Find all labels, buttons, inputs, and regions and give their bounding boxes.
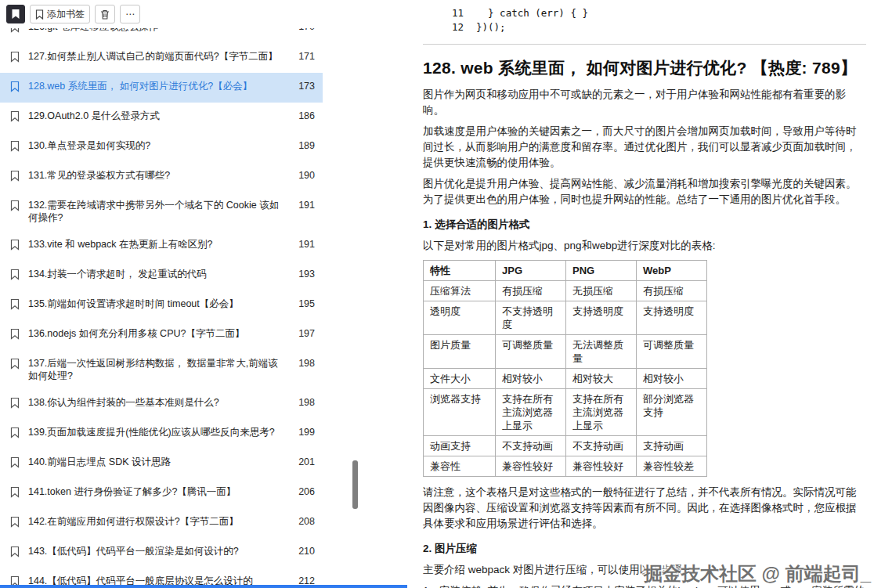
table-cell: 不支持动画 — [566, 436, 637, 456]
bookmark-page-number: 190 — [288, 169, 315, 182]
bookmark-item[interactable]: 134.封装一个请求超时， 发起重试的代码 193 — [0, 261, 323, 290]
code-text: })(); — [476, 20, 506, 34]
bookmark-icon — [9, 516, 21, 531]
code-block: 11 } catch (err) { } 12 })(); — [423, 6, 866, 34]
table-cell: 透明度 — [424, 301, 496, 335]
table-cell: 浏览器支持 — [424, 389, 496, 436]
bookmark-item[interactable]: 141.token 进行身份验证了解多少?【腾讯一面】 206 — [0, 478, 323, 508]
watermark: 掘金技术社区 @ 前端起司_ — [644, 561, 871, 586]
bookmark-label: 140.前端日志埋点 SDK 设计思路 — [28, 456, 284, 468]
bookmark-page-number: 193 — [288, 268, 315, 280]
bookmark-label: 141.token 进行身份验证了解多少?【腾讯一面】 — [28, 485, 284, 498]
sidebar-progress-bar — [0, 585, 407, 588]
bookmark-icon — [9, 269, 21, 283]
bookmark-page-number: 191 — [288, 238, 315, 251]
bookmark-label: 137.后端一次性返回树形结构数据， 数据量非常大,前端该如何处理? — [28, 357, 284, 382]
bookmark-page-number: 197 — [288, 327, 315, 340]
table-intro: 以下是对常用的图片格式jpg、png和webp进行深度对比的表格: — [423, 238, 866, 254]
bookmark-page-number: 173 — [288, 80, 315, 92]
bookmark-item[interactable]: 142.在前端应用如何进行权限设计?【字节二面】 208 — [0, 508, 323, 538]
sidebar-scrollbar-thumb[interactable] — [352, 460, 358, 509]
table-cell: 支持动画 — [637, 436, 707, 456]
step-number: 1. — [423, 583, 432, 588]
bookmark-item[interactable]: 127.如何禁止别人调试自己的前端页面代码?【字节二面】 171 — [0, 43, 323, 73]
table-cell: 相对较大 — [566, 369, 637, 389]
more-options-button[interactable]: ⋯ — [120, 5, 140, 23]
bookmark-page-number: 171 — [288, 50, 315, 63]
table-row: 透明度不支持透明度支持透明度支持透明度 — [424, 301, 707, 335]
paragraph: 加载速度是用户体验的关键因素之一，而大尺寸的图片会增加网页加载时间，导致用户等待… — [423, 124, 866, 171]
bookmark-icon — [9, 110, 21, 125]
paragraph: 图片作为网页和移动应用中不可或缺的元素之一，对于用户体验和网站性能都有着重要的影… — [423, 87, 866, 118]
section-divider — [423, 44, 866, 45]
table-cell: 不支持动画 — [496, 436, 566, 456]
bookmark-item[interactable]: 137.后端一次性返回树形结构数据， 数据量非常大,前端该如何处理? 198 — [0, 350, 323, 389]
section-title-2: 2. 图片压缩 — [423, 541, 866, 557]
table-header-cell: WebP — [637, 261, 707, 281]
format-comparison-table: 特性JPGPNGWebP 压缩算法有损压缩无损压缩有损压缩透明度不支持透明度支持… — [423, 260, 707, 477]
table-row: 图片质量可调整质量无法调整质量可调整质量 — [424, 335, 707, 369]
table-cell: 无损压缩 — [566, 281, 637, 301]
bookmark-page-number: 189 — [288, 139, 315, 152]
bookmark-item[interactable]: 133.vite 和 webpack 在热更新上有啥区别? 191 — [0, 231, 323, 261]
table-row: 文件大小相对较小相对较大相对较小 — [424, 369, 707, 389]
bookmark-label: 134.封装一个请求超时， 发起重试的代码 — [28, 268, 284, 280]
bookmark-label: 128.web 系统里面， 如何对图片进行优化?【必会】 — [28, 80, 284, 92]
bookmark-icon — [9, 170, 21, 185]
bookmark-item[interactable]: 128.web 系统里面， 如何对图片进行优化?【必会】 173 — [0, 73, 323, 103]
bookmark-icon — [9, 427, 21, 442]
bookmark-page-number: 198 — [288, 357, 315, 370]
table-header-row: 特性JPGPNGWebP — [424, 261, 707, 281]
table-header-cell: 特性 — [424, 261, 496, 281]
bookmark-page-number: 206 — [288, 485, 315, 498]
bookmark-panel-button[interactable] — [6, 5, 25, 23]
bookmark-page-number: 195 — [288, 298, 315, 310]
add-bookmark-button[interactable]: 添加书签 — [30, 5, 90, 23]
table-cell: 压缩算法 — [424, 281, 496, 301]
bookmark-page-number: 191 — [288, 199, 315, 211]
bookmark-icon — [9, 298, 21, 313]
bookmark-label: 133.vite 和 webpack 在热更新上有啥区别? — [28, 238, 284, 251]
bookmark-page-number: 198 — [288, 396, 315, 409]
table-cell: 可调整质量 — [496, 335, 566, 369]
bookmark-panel-icon — [11, 9, 20, 20]
delete-bookmark-button[interactable] — [95, 5, 115, 23]
add-bookmark-label: 添加书签 — [47, 8, 85, 21]
bookmark-label: 139.页面加载速度提升(性能优化)应该从哪些反向来思考? — [28, 426, 284, 438]
bookmark-item[interactable]: 135.前端如何设置请求超时时间 timeout【必会】 195 — [0, 290, 323, 320]
trash-icon — [100, 9, 110, 20]
bookmark-label: 127.如何禁止别人调试自己的前端页面代码?【字节二面】 — [28, 50, 284, 63]
bookmark-item[interactable]: 140.前端日志埋点 SDK 设计思路 201 — [0, 449, 323, 478]
bookmark-page-number: 201 — [288, 456, 315, 468]
add-bookmark-icon — [35, 9, 44, 20]
bookmark-item[interactable]: 129.OAuth2.0 是什么登录方式 186 — [0, 103, 323, 132]
bookmark-icon — [9, 486, 21, 501]
table-row: 压缩算法有损压缩无损压缩有损压缩 — [424, 281, 707, 301]
bookmark-item[interactable]: 143.【低代码】代码平台一般渲染是如何设计的? 210 — [0, 538, 323, 568]
table-cell: 支持在所有主流浏览器上显示 — [566, 389, 637, 436]
table-cell: 相对较小 — [496, 369, 566, 389]
bookmark-item[interactable]: 130.单点登录是如何实现的? 189 — [0, 132, 323, 162]
bookmark-page-number: 210 — [288, 545, 315, 557]
section-title-1: 1. 选择合适的图片格式 — [423, 217, 866, 233]
bookmark-label: 131.常见的登录鉴权方式有哪些? — [28, 169, 284, 182]
more-options-icon: ⋯ — [125, 9, 135, 20]
bookmark-item[interactable]: 132.需要在跨域请求中携带另外一个域名下的 Cookie 该如何操作? 191 — [0, 192, 323, 231]
table-cell: 支持在所有主流浏览器上显示 — [496, 389, 566, 436]
bookmark-item[interactable]: 139.页面加载速度提升(性能优化)应该从哪些反向来思考? 199 — [0, 419, 323, 449]
bookmark-label: 142.在前端应用如何进行权限设计?【字节二面】 — [28, 515, 284, 528]
bookmark-item[interactable]: 131.常见的登录鉴权方式有哪些? 190 — [0, 162, 323, 192]
table-cell: 支持透明度 — [566, 301, 637, 335]
table-header-cell: JPG — [496, 261, 566, 281]
table-cell: 图片质量 — [424, 335, 496, 369]
bookmark-label: 136.nodejs 如何充分利用多核 CPU?【字节二面】 — [28, 327, 284, 340]
bookmarks-toolbar: 添加书签 ⋯ — [0, 0, 360, 28]
bookmark-item[interactable]: 138.你认为组件封装的一些基本准则是什么? 198 — [0, 389, 323, 419]
document-view: 11 } catch (err) { } 12 })(); 128. web 系… — [360, 0, 874, 588]
question-heading: 128. web 系统里面， 如何对图片进行优化? 【热度: 789】 — [423, 57, 866, 79]
table-cell: 支持透明度 — [637, 301, 707, 335]
bookmark-icon — [9, 328, 21, 343]
bookmark-item[interactable]: 136.nodejs 如何充分利用多核 CPU?【字节二面】 197 — [0, 320, 323, 350]
bookmark-label: 130.单点登录是如何实现的? — [28, 139, 284, 152]
table-cell: 部分浏览器支持 — [637, 389, 707, 436]
